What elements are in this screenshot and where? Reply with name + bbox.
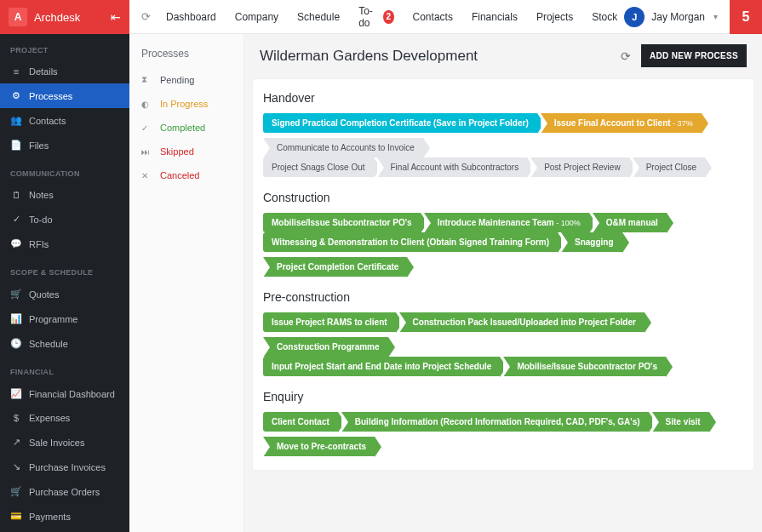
sidebar-item-schedule[interactable]: 🕒Schedule xyxy=(0,331,129,356)
programme-icon: 📊 xyxy=(10,313,22,324)
sidebar-item-expenses[interactable]: $Expenses xyxy=(0,406,129,430)
nav-dashboard[interactable]: Dashboard xyxy=(166,5,216,29)
nav-stock[interactable]: Stock xyxy=(592,5,617,29)
nav-label: Dashboard xyxy=(166,11,216,23)
step-row: Client ContactBuilding Information (Reco… xyxy=(263,412,743,456)
sidebar-item-payments[interactable]: 💳Payments xyxy=(0,504,129,529)
process-step[interactable]: Input Project Start and End Date into Pr… xyxy=(263,357,500,376)
history-icon[interactable]: ⟳ xyxy=(141,10,151,23)
process-step[interactable]: Final Account with Subcontractors xyxy=(377,157,528,177)
process-step[interactable]: Communicate to Accounts to Invoice xyxy=(263,138,423,157)
sidebar-item-label: Sale Invoices xyxy=(29,438,84,448)
refresh-icon[interactable]: ⟳ xyxy=(621,49,631,63)
sidebar-item-to-do[interactable]: ✓To-do xyxy=(0,207,129,232)
nav-projects[interactable]: Projects xyxy=(536,5,573,29)
pending-icon: ⧗ xyxy=(141,75,153,85)
process-step[interactable]: Site visit xyxy=(652,412,709,432)
sidebar-item-quotes[interactable]: 🛒Quotes xyxy=(0,282,129,306)
sidebar-item-label: Purchase Invoices xyxy=(29,462,106,472)
process-step[interactable]: Introduce Maintenance Team - 100% xyxy=(424,213,589,232)
nav-financials[interactable]: Financials xyxy=(472,5,518,29)
expenses-icon: $ xyxy=(10,413,22,423)
process-step[interactable]: O&M manual xyxy=(593,213,667,232)
filter-completed[interactable]: ✓Completed xyxy=(129,116,243,140)
notes-icon: 🗒 xyxy=(10,190,22,200)
sidebar-section-header: COMMUNICATION xyxy=(0,157,129,183)
filter-label: Completed xyxy=(160,123,205,133)
brand-logo: A xyxy=(9,8,27,26)
filter-inprogress[interactable]: ◐In Progress xyxy=(129,92,243,116)
sidebar-item-financial-dashboard[interactable]: 📈Financial Dashboard xyxy=(0,381,129,406)
nav-to-do[interactable]: To-do2 xyxy=(358,5,393,29)
sidebar-item-files[interactable]: 📄Files xyxy=(0,133,129,157)
add-new-process-button[interactable]: ADD NEW PROCESS xyxy=(641,44,747,67)
process-step[interactable]: Signed Practical Completion Certificate … xyxy=(263,113,537,133)
sidebar-item-label: Quotes xyxy=(29,289,59,300)
process-card: HandoverSigned Practical Completion Cert… xyxy=(253,79,753,470)
step-label: Client Contact xyxy=(272,417,329,426)
process-section: EnquiryClient ContactBuilding Informatio… xyxy=(263,390,743,456)
process-step[interactable]: Building Information (Record Information… xyxy=(341,412,649,432)
sidebar-section-header: FINANCIAL xyxy=(0,356,129,381)
sidebar-collapse-icon[interactable]: ⇤ xyxy=(111,10,121,24)
sidebar-item-purchase-orders[interactable]: 🛒Purchase Orders xyxy=(0,479,129,504)
nav-schedule[interactable]: Schedule xyxy=(297,5,340,29)
sidebar-item-rfis[interactable]: 💬RFIs xyxy=(0,232,129,256)
step-label: Issue Final Account to Client xyxy=(554,118,671,128)
filter-label: Canceled xyxy=(160,170,199,180)
process-step[interactable]: Mobilise/Issue Subcontractor PO's xyxy=(503,357,666,376)
sidebar-item-label: Purchase Orders xyxy=(29,487,100,497)
step-percentage: - 37% xyxy=(671,119,693,128)
sidebar-item-purchase-invoices[interactable]: ↘Purchase Invoices xyxy=(0,455,129,479)
step-label: Building Information (Record Information… xyxy=(355,417,640,426)
nav-company[interactable]: Company xyxy=(235,5,278,29)
purchase-invoices-icon: ↘ xyxy=(10,461,22,472)
skipped-icon: ⏭ xyxy=(141,147,153,157)
step-label: Mobilise/Issue Subcontractor PO's xyxy=(272,218,412,227)
sidebar-item-label: Contacts xyxy=(29,116,66,126)
sidebar-item-contacts[interactable]: 👥Contacts xyxy=(0,108,129,133)
process-step[interactable]: Witnessing & Demonstration to Client (Ob… xyxy=(263,232,558,252)
process-step[interactable]: Mobilise/Issue Subcontractor PO's xyxy=(263,213,421,232)
step-label: Snagging xyxy=(575,237,614,247)
sidebar-item-details[interactable]: ≡Details xyxy=(0,60,129,83)
schedule-icon: 🕒 xyxy=(10,338,22,349)
notification-count[interactable]: 5 xyxy=(730,0,762,34)
process-step[interactable]: Issue Project RAMS to client xyxy=(263,312,396,332)
process-step[interactable]: Project Snags Close Out xyxy=(263,157,374,177)
sidebar-item-label: Programme xyxy=(29,314,77,324)
step-label: Witnessing & Demonstration to Client (Ob… xyxy=(272,237,549,247)
step-row: Witnessing & Demonstration to Client (Ob… xyxy=(263,232,743,277)
user-menu[interactable]: J Jay Morgan ▾ xyxy=(624,7,718,27)
main: ⟳ DashboardCompanyScheduleTo-do2Contacts… xyxy=(129,0,762,532)
canceled-icon: ✕ xyxy=(141,171,153,180)
sidebar-item-label: RFIs xyxy=(29,239,49,249)
sidebar-item-sale-invoices[interactable]: ↗Sale Invoices xyxy=(0,430,129,455)
sidebar-item-notes[interactable]: 🗒Notes xyxy=(0,183,129,207)
sidebar-item-label: Processes xyxy=(29,91,72,101)
sidebar-item-programme[interactable]: 📊Programme xyxy=(0,306,129,331)
process-step[interactable]: Project Completion Certificate xyxy=(263,257,407,277)
filter-canceled[interactable]: ✕Canceled xyxy=(129,163,243,187)
process-section-title: Enquiry xyxy=(263,390,743,403)
filter-skipped[interactable]: ⏭Skipped xyxy=(129,140,243,163)
chevron-down-icon: ▾ xyxy=(713,12,718,21)
process-step[interactable]: Construction Programme xyxy=(263,337,388,357)
nav-label: Contacts xyxy=(413,11,453,23)
sidebar-item-processes[interactable]: ⚙Processes xyxy=(0,83,129,108)
sidebar-item-label: Files xyxy=(29,140,49,151)
process-step[interactable]: Project Close xyxy=(633,157,705,177)
process-section: ConstructionMobilise/Issue Subcontractor… xyxy=(263,191,743,277)
nav-contacts[interactable]: Contacts xyxy=(413,5,453,29)
process-step[interactable]: Construction Pack Issued/Uploaded into P… xyxy=(399,312,645,332)
process-step[interactable]: Client Contact xyxy=(263,412,338,432)
process-step[interactable]: Snagging xyxy=(561,232,622,252)
process-step[interactable]: Move to Pre-contracts xyxy=(263,437,375,456)
process-step[interactable]: Post Project Review xyxy=(530,157,628,177)
process-step[interactable]: Issue Final Account to Client - 37% xyxy=(541,113,702,133)
sidebar-item-label: Payments xyxy=(29,512,71,522)
brand-name: Archdesk xyxy=(34,11,111,24)
step-label: Site visit xyxy=(666,417,701,426)
to-do-icon: ✓ xyxy=(10,214,22,225)
filter-pending[interactable]: ⧗Pending xyxy=(129,68,243,92)
